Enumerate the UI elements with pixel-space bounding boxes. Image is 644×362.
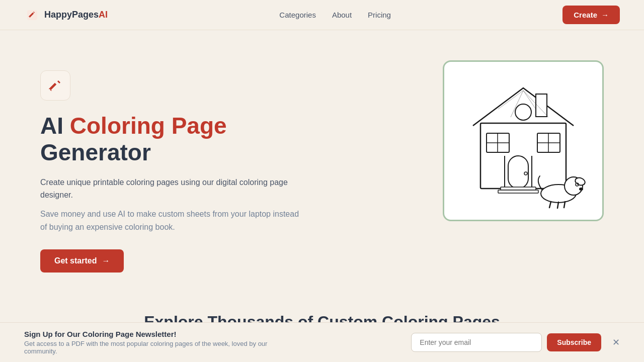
hero-icon-box xyxy=(40,70,70,101)
nav-about[interactable]: About xyxy=(332,11,352,19)
svg-point-11 xyxy=(515,104,531,120)
create-arrow-icon: → xyxy=(601,11,609,19)
svg-point-24 xyxy=(577,184,579,185)
navbar: HappyPagesAI Categories About Pricing Cr… xyxy=(0,0,644,30)
newsletter-bar: Sign Up for Our Coloring Page Newsletter… xyxy=(0,322,644,362)
hero-content: AI Coloring PageGenerator Create unique … xyxy=(40,60,302,273)
hero-section: AI Coloring PageGenerator Create unique … xyxy=(0,30,644,293)
svg-point-25 xyxy=(579,188,583,191)
svg-rect-15 xyxy=(498,190,538,193)
email-input[interactable] xyxy=(411,333,542,352)
newsletter-desc: Get access to a PDF with the most popula… xyxy=(24,340,286,355)
logo-link[interactable]: HappyPagesAI xyxy=(24,7,108,23)
svg-point-4 xyxy=(524,172,527,175)
nav-links: Categories About Pricing xyxy=(279,11,391,20)
hero-title-highlight: Coloring Page xyxy=(70,113,227,139)
logo-text: HappyPagesAI xyxy=(44,10,108,20)
nav-categories[interactable]: Categories xyxy=(279,11,316,19)
nav-pricing[interactable]: Pricing xyxy=(368,11,391,19)
logo-icon xyxy=(24,7,40,23)
svg-line-26 xyxy=(549,202,551,208)
cta-arrow-icon: → xyxy=(102,256,110,265)
newsletter-form: Subscribe ✕ xyxy=(411,333,620,352)
get-started-button[interactable]: Get started → xyxy=(40,249,124,273)
create-button[interactable]: Create → xyxy=(562,6,620,24)
hero-title: AI Coloring PageGenerator xyxy=(40,113,302,166)
hero-desc: Save money and use AI to make custom she… xyxy=(40,208,302,233)
newsletter-text-block: Sign Up for Our Coloring Page Newsletter… xyxy=(24,330,286,355)
hero-desc-bold: Create unique printable coloring pages u… xyxy=(40,176,302,202)
hero-image xyxy=(443,60,604,221)
svg-rect-14 xyxy=(501,187,536,190)
newsletter-title: Sign Up for Our Coloring Page Newsletter… xyxy=(24,330,286,338)
close-newsletter-button[interactable]: ✕ xyxy=(612,337,620,348)
subscribe-button[interactable]: Subscribe xyxy=(547,333,601,351)
